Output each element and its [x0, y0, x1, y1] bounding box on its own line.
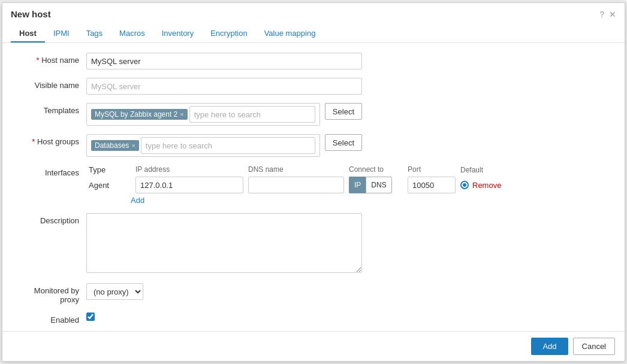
tab-bar: Host IPMI Tags Macros Inventory Encrypti…: [11, 25, 616, 43]
help-icon[interactable]: ?: [599, 10, 604, 19]
description-row: Description: [14, 213, 613, 275]
monitored-row: Monitored by proxy (no proxy): [14, 283, 613, 304]
template-tag-label: MySQL by Zabbix agent 2: [95, 110, 177, 119]
interface-dns-cell: [248, 177, 344, 193]
interfaces-row: Interfaces Type IP address DNS name Conn…: [14, 165, 613, 205]
host-groups-label: Host groups: [14, 134, 86, 146]
interface-ip-cell: [135, 177, 243, 193]
host-groups-tag-container[interactable]: Databases ×: [86, 134, 320, 157]
enabled-row: Enabled: [14, 313, 613, 324]
connect-dns-button[interactable]: DNS: [366, 177, 391, 193]
interface-port-cell: [408, 177, 456, 193]
dialog-header: New host ? ✕ Host IPMI Tags Macros Inven…: [2, 3, 625, 43]
col-header-port: Port: [408, 165, 456, 174]
host-groups-row: Host groups Databases × Select: [14, 134, 613, 157]
dialog-controls: ? ✕: [599, 10, 616, 19]
col-header-connect: Connect to: [349, 165, 403, 174]
interface-remove-link[interactable]: Remove: [472, 181, 501, 190]
interface-ip-input[interactable]: [135, 177, 243, 193]
templates-row: Templates MySQL by Zabbix agent 2 × Sele…: [14, 103, 613, 126]
template-tag-remove[interactable]: ×: [180, 111, 183, 118]
col-header-ip: IP address: [135, 165, 243, 174]
description-label: Description: [14, 213, 86, 225]
description-textarea[interactable]: [86, 213, 362, 273]
interface-type: Agent: [89, 181, 131, 190]
visible-name-row: Visible name: [14, 78, 613, 95]
monitored-control: (no proxy): [86, 283, 362, 300]
host-name-label: Host name: [14, 53, 86, 65]
description-control: [86, 213, 362, 275]
new-host-dialog: New host ? ✕ Host IPMI Tags Macros Inven…: [2, 2, 625, 362]
host-group-tag-label: Databases: [95, 141, 129, 150]
interfaces-table: Type IP address DNS name Connect to Port…: [86, 165, 613, 205]
dialog-footer: Add Cancel: [2, 331, 625, 361]
add-interface-link[interactable]: Add: [86, 196, 613, 205]
visible-name-input[interactable]: [86, 78, 362, 95]
interface-port-input[interactable]: [408, 177, 456, 193]
host-group-tag-remove[interactable]: ×: [131, 142, 135, 149]
host-groups-control: Databases × Select: [86, 134, 362, 157]
monitored-label: Monitored by proxy: [14, 283, 86, 304]
tab-value-mapping[interactable]: Value mapping: [256, 25, 324, 43]
templates-control: MySQL by Zabbix agent 2 × Select: [86, 103, 362, 126]
host-groups-field: Databases × Select: [86, 134, 362, 157]
interface-default-cell: Remove: [460, 181, 502, 190]
tab-inventory[interactable]: Inventory: [153, 25, 202, 43]
host-name-control: [86, 53, 362, 69]
visible-name-label: Visible name: [14, 78, 86, 90]
close-icon[interactable]: ✕: [609, 10, 616, 19]
interface-dns-input[interactable]: [248, 177, 344, 193]
interface-default-radio[interactable]: [460, 181, 469, 189]
templates-tag-container[interactable]: MySQL by Zabbix agent 2 ×: [86, 103, 320, 126]
col-header-dns: DNS name: [248, 165, 344, 174]
interfaces-header: Type IP address DNS name Connect to Port…: [86, 165, 613, 177]
interface-connect-cell: IP DNS: [349, 177, 403, 193]
cancel-button[interactable]: Cancel: [573, 338, 615, 355]
enabled-checkbox[interactable]: [86, 313, 95, 321]
col-header-default: Default: [460, 165, 502, 174]
dialog-title: New host: [11, 9, 51, 19]
templates-search-input[interactable]: [189, 106, 315, 123]
tab-host[interactable]: Host: [11, 25, 45, 43]
interface-row: Agent IP DNS: [86, 177, 613, 193]
enabled-control: [86, 313, 362, 321]
enabled-checkbox-label: [86, 313, 362, 321]
add-button[interactable]: Add: [531, 338, 568, 355]
template-tag: MySQL by Zabbix agent 2 ×: [91, 109, 188, 120]
host-groups-select-button[interactable]: Select: [325, 134, 362, 151]
col-header-type: Type: [89, 165, 131, 174]
host-name-row: Host name: [14, 53, 613, 69]
templates-label: Templates: [14, 103, 86, 115]
host-groups-search-input[interactable]: [141, 137, 315, 154]
enabled-label: Enabled: [14, 313, 86, 324]
tab-tags[interactable]: Tags: [78, 25, 111, 43]
host-group-tag: Databases ×: [91, 140, 139, 151]
tab-encryption[interactable]: Encryption: [202, 25, 255, 43]
dialog-body: Host name Visible name Templates MySQL: [2, 43, 625, 331]
templates-select-button[interactable]: Select: [325, 103, 362, 120]
monitored-proxy-select[interactable]: (no proxy): [86, 283, 143, 300]
tab-macros[interactable]: Macros: [111, 25, 153, 43]
tab-ipmi[interactable]: IPMI: [45, 25, 78, 43]
interfaces-label: Interfaces: [14, 165, 86, 177]
connect-ip-button[interactable]: IP: [349, 177, 366, 193]
host-name-input[interactable]: [86, 53, 362, 69]
templates-field: MySQL by Zabbix agent 2 × Select: [86, 103, 362, 126]
visible-name-control: [86, 78, 362, 95]
